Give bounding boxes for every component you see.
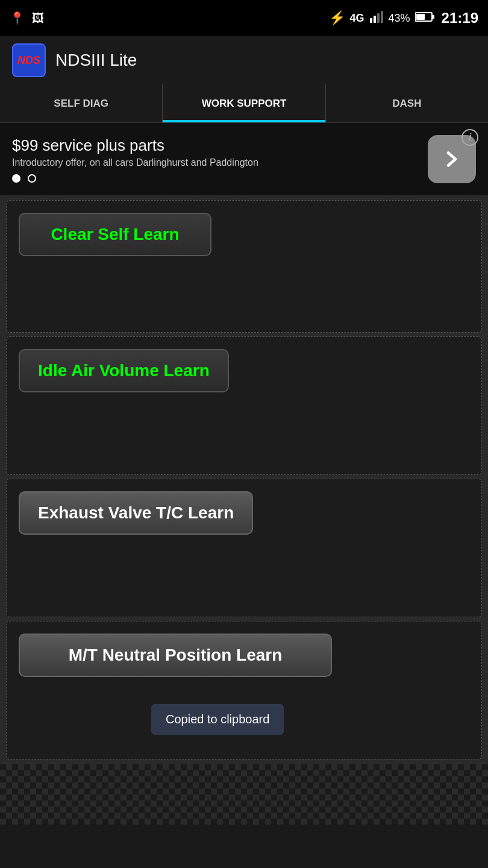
card-clear-self-learn: Clear Self Learn	[6, 200, 482, 333]
battery-percentage: 43%	[389, 12, 410, 25]
ad-banner: i $99 service plus parts Introductory of…	[0, 123, 488, 195]
ad-dot-2	[28, 174, 36, 183]
location-icon: 📍	[10, 11, 25, 25]
tab-self-diag[interactable]: SELF DIAG	[0, 84, 163, 122]
app-header: NDS NDSIII Lite	[0, 36, 488, 84]
ad-title: $99 service plus parts	[12, 136, 164, 155]
svg-rect-1	[374, 16, 376, 23]
content-area: Clear Self Learn Idle Air Volume Learn E…	[0, 195, 488, 764]
signal-icon	[369, 10, 384, 27]
tab-dash-label: DASH	[392, 98, 421, 110]
tab-self-diag-label: SELF DIAG	[54, 98, 108, 110]
app-title: NDSIII Lite	[55, 51, 137, 70]
ad-subtitle: Introductory offer, on all cars Darlingh…	[12, 157, 258, 168]
idle-air-volume-learn-button[interactable]: Idle Air Volume Learn	[19, 349, 229, 392]
svg-rect-3	[381, 11, 383, 23]
battery-icon	[415, 11, 434, 25]
app-logo: NDS	[12, 43, 46, 77]
status-bar-right: ⚡ 4G 43% 21:19	[329, 10, 478, 27]
svg-rect-5	[416, 14, 425, 20]
status-bar-left: 📍 🖼	[10, 11, 44, 25]
mt-neutral-position-learn-button[interactable]: M/T Neutral Position Learn	[19, 634, 332, 677]
svg-rect-2	[377, 13, 380, 23]
tab-work-support[interactable]: WORK SUPPORT	[163, 84, 325, 122]
image-icon: 🖼	[32, 11, 44, 25]
bottom-area	[0, 764, 488, 825]
exhaust-valve-tc-learn-button[interactable]: Exhaust Valve T/C Learn	[19, 491, 253, 535]
svg-rect-6	[432, 15, 434, 19]
signal-label: 4G	[350, 12, 364, 25]
card-mt-neutral-position-learn: M/T Neutral Position Learn Copied to cli…	[6, 621, 482, 760]
svg-rect-0	[370, 18, 372, 23]
ad-dot-1	[12, 174, 20, 183]
ad-content: $99 service plus parts Introductory offe…	[12, 136, 258, 183]
card-idle-air-volume-learn: Idle Air Volume Learn	[6, 336, 482, 475]
status-bar: 📍 🖼 ⚡ 4G 43% 21:19	[0, 0, 488, 36]
bluetooth-icon: ⚡	[329, 10, 345, 26]
clear-self-learn-button[interactable]: Clear Self Learn	[19, 213, 211, 256]
tab-work-support-label: WORK SUPPORT	[202, 98, 287, 110]
ad-info-icon[interactable]: i	[461, 129, 478, 146]
tab-dash[interactable]: DASH	[326, 84, 488, 122]
clipboard-toast: Copied to clipboard	[151, 704, 284, 735]
tab-bar: SELF DIAG WORK SUPPORT DASH	[0, 84, 488, 123]
status-time: 21:19	[442, 10, 478, 27]
ad-dots	[12, 174, 36, 183]
card-exhaust-valve-tc-learn: Exhaust Valve T/C Learn	[6, 479, 482, 617]
chevron-right-icon	[441, 148, 463, 170]
